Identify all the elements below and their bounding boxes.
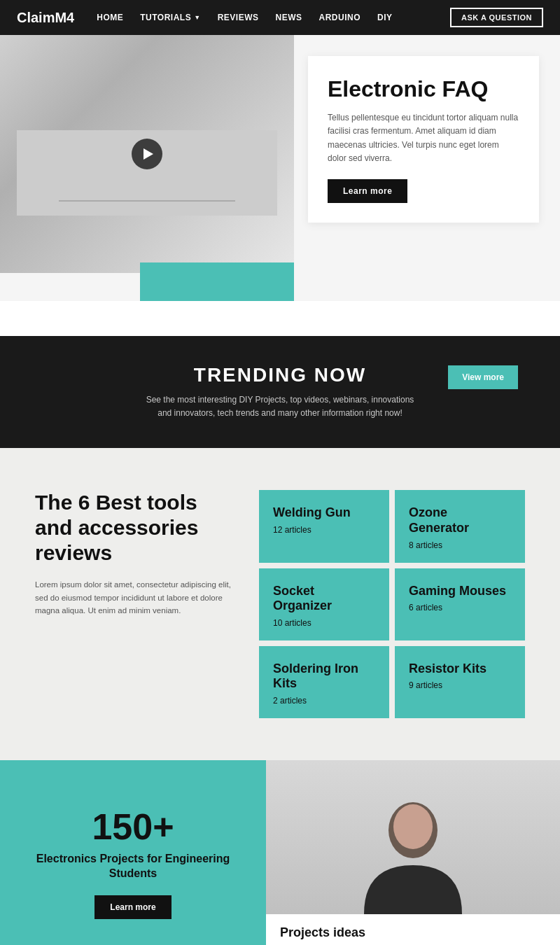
tool-card-title: Soldering Iron Kits (273, 662, 375, 692)
projects-count: 150+ (92, 806, 174, 848)
tools-left-panel: The 6 Best tools and accessories reviews… (35, 490, 231, 617)
tool-card-welding-gun[interactable]: Welding Gun 12 articles (259, 490, 389, 562)
projects-right-panel: Projects ideas If you whant to learn som… (266, 760, 560, 945)
trending-description: See the most interesting DIY Projects, t… (140, 393, 420, 420)
tool-card-title: Resistor Kits (409, 662, 511, 677)
hero-section: Electronic FAQ Tellus pellentesque eu ti… (0, 35, 560, 301)
trending-title: TRENDING NOW (194, 364, 366, 386)
nav-tutorials[interactable]: TUTORIALS ▼ (140, 13, 200, 22)
tool-card-resistor-kits[interactable]: Resistor Kits 9 articles (395, 646, 525, 718)
tool-card-count: 10 articles (273, 618, 375, 628)
tool-card-title: Gaming Mouses (409, 584, 511, 599)
navbar: ClaimM4 HOME TUTORIALS ▼ REVIEWS NEWS AR… (0, 0, 560, 35)
view-more-button[interactable]: View more (448, 365, 518, 389)
nav-news[interactable]: NEWS (275, 13, 302, 22)
tool-card-gaming-mouses[interactable]: Gaming Mouses 6 articles (395, 568, 525, 640)
projects-learn-more-button[interactable]: Learn more (94, 895, 171, 919)
trending-section: TRENDING NOW View more See the most inte… (0, 336, 560, 448)
projects-subtitle: Electronics Projects for Engineering Stu… (28, 852, 238, 881)
projects-text-area: Projects ideas If you whant to learn som… (266, 914, 560, 945)
projects-ideas-title: Projects ideas (280, 925, 546, 940)
teal-accent-block (140, 262, 294, 301)
hero-description: Tellus pellentesque eu tincidunt tortor … (328, 111, 519, 165)
tools-heading: The 6 Best tools and accessories reviews (35, 490, 231, 566)
tool-card-title: Ozone Generator (409, 505, 511, 536)
tool-card-count: 8 articles (409, 540, 511, 550)
ask-question-button[interactable]: ASK A QUESTION (450, 8, 543, 27)
chevron-down-icon: ▼ (194, 14, 200, 21)
hero-learn-more-button[interactable]: Learn more (328, 179, 407, 203)
site-logo[interactable]: ClaimM4 (17, 10, 74, 26)
nav-arduino[interactable]: ARDUINO (318, 13, 360, 22)
nav-diy[interactable]: DIY (377, 13, 393, 22)
projects-section: 150+ Electronics Projects for Engineerin… (0, 760, 560, 945)
tools-section: The 6 Best tools and accessories reviews… (0, 448, 560, 760)
tool-card-count: 12 articles (273, 525, 375, 535)
tools-grid: Welding Gun 12 articles Ozone Generator … (259, 490, 525, 718)
tool-card-count: 6 articles (409, 603, 511, 612)
projects-image-area (266, 760, 560, 914)
nav-reviews[interactable]: REVIEWS (218, 13, 259, 22)
tools-description: Lorem ipsum dolor sit amet, consectetur … (35, 578, 231, 617)
svg-point-1 (393, 804, 433, 849)
projects-left-panel: 150+ Electronics Projects for Engineerin… (0, 760, 266, 945)
tool-card-socket-organizer[interactable]: Socket Organizer 10 articles (259, 568, 389, 640)
person-image (343, 774, 483, 914)
tool-card-count: 2 articles (273, 696, 375, 706)
tool-card-count: 9 articles (409, 680, 511, 690)
nav-home[interactable]: HOME (97, 13, 123, 22)
tool-card-title: Socket Organizer (273, 584, 375, 614)
nav-links: HOME TUTORIALS ▼ REVIEWS NEWS ARDUINO DI… (97, 13, 450, 22)
play-button[interactable] (132, 139, 162, 169)
hero-content-card: Electronic FAQ Tellus pellentesque eu ti… (308, 56, 539, 223)
tool-card-title: Welding Gun (273, 505, 375, 521)
hero-title: Electronic FAQ (328, 77, 519, 102)
teal-corner-decoration (505, 175, 547, 231)
tool-card-soldering-iron[interactable]: Soldering Iron Kits 2 articles (259, 646, 389, 718)
tool-card-ozone-generator[interactable]: Ozone Generator 8 articles (395, 490, 525, 562)
hero-image (0, 35, 294, 273)
